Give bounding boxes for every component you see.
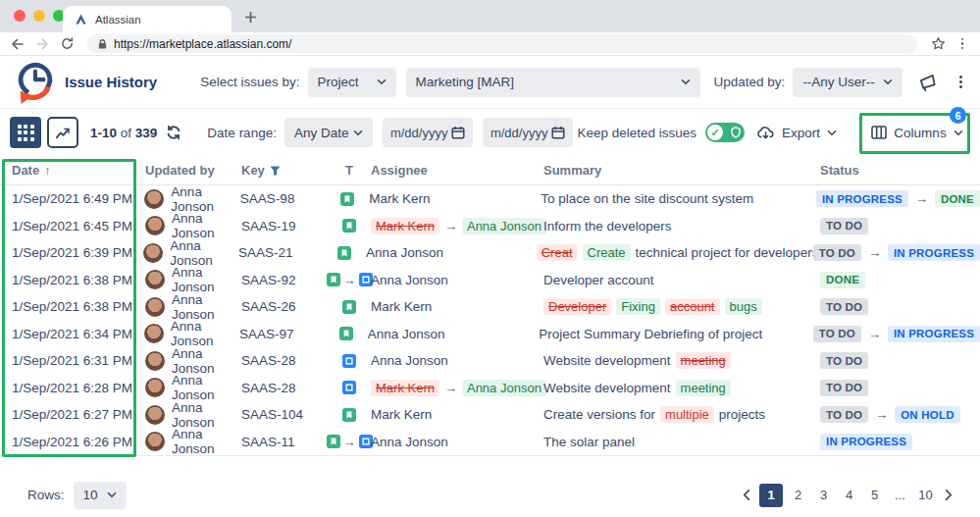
forward-button[interactable]	[32, 35, 52, 53]
row-date: 1/Sep/2021 6:45 PM	[0, 219, 137, 233]
table-row[interactable]: 1/Sep/2021 6:34 PMAnna JonsonSAAS-97Anna…	[0, 321, 980, 348]
select-mode-dropdown[interactable]: Project	[308, 68, 396, 97]
date-to-placeholder: m/dd/yyyy	[490, 126, 548, 140]
keep-deleted-toggle[interactable]: ✓	[705, 123, 745, 142]
new-tab-button[interactable]	[241, 8, 259, 26]
project-dropdown[interactable]: Marketing [MAR]	[406, 68, 700, 97]
browser-tab-atlassian[interactable]: Atlassian	[63, 6, 232, 32]
status-chip: TO DO	[820, 298, 868, 315]
row-status: TO DO	[820, 352, 980, 369]
rows-per-page-dropdown[interactable]: 10	[74, 482, 127, 509]
avatar	[144, 189, 164, 209]
status-chip: TO DO	[813, 326, 861, 342]
text-segment: The solar panel	[543, 435, 635, 449]
row-date: 1/Sep/2021 6:39 PM	[0, 245, 135, 260]
text-segment: Anna Jonson	[368, 327, 445, 341]
refresh-button[interactable]	[166, 125, 181, 140]
row-issue-type	[328, 408, 371, 422]
next-page-button[interactable]	[941, 490, 956, 500]
status-chip: TO DO	[820, 218, 868, 234]
row-summary: The solar panel	[543, 435, 820, 449]
column-header-assignee[interactable]: Assignee	[371, 163, 543, 178]
app-menu-icon[interactable]	[959, 76, 962, 88]
table-view-button[interactable]	[10, 117, 41, 148]
updated-by-name: Anna Jonson	[172, 427, 241, 456]
chevron-down-icon	[681, 78, 691, 85]
page-button-4[interactable]: 4	[839, 485, 859, 506]
page-button-1[interactable]: 1	[759, 484, 783, 507]
updated-by-value: --Any User--	[802, 75, 875, 89]
row-updated-by: Anna Jonson	[137, 211, 241, 240]
status-chip: IN PROGRESS	[816, 190, 908, 207]
column-header-type[interactable]: T	[328, 163, 371, 178]
date-from-input[interactable]: m/dd/yyyy	[383, 118, 473, 147]
table-row[interactable]: 1/Sep/2021 6:38 PMAnna JonsonSAAS-26Mark…	[0, 293, 980, 321]
columns-button[interactable]: Columns	[870, 117, 964, 148]
lock-icon	[97, 38, 108, 50]
row-key: SAAS-21	[238, 245, 324, 260]
row-assignee: Anna Jonson	[368, 327, 539, 341]
updated-by-label: Updated by:	[714, 75, 786, 89]
column-header-summary[interactable]: Summary	[543, 163, 820, 178]
back-button[interactable]	[8, 35, 27, 53]
cloud-download-icon	[756, 126, 775, 140]
status-chip: DONE	[935, 190, 980, 207]
address-bar[interactable]: https://marketplace.atlassian.com/	[87, 34, 917, 53]
table-row[interactable]: 1/Sep/2021 6:26 PMAnna JonsonSAAS-11→Ann…	[0, 429, 980, 456]
browser-menu-icon[interactable]	[953, 35, 972, 53]
row-updated-by: Anna Jonson	[135, 238, 238, 268]
column-header-key[interactable]: Key	[241, 163, 328, 178]
feedback-tag-icon[interactable]	[917, 72, 938, 92]
story-type-icon	[342, 300, 356, 314]
text-segment: Website development	[543, 381, 671, 395]
column-header-updated-by[interactable]: Updated by	[137, 163, 241, 178]
bookmark-star-icon[interactable]	[928, 35, 948, 53]
row-assignee: Anna Jonson	[371, 273, 543, 287]
reload-button[interactable]	[57, 35, 77, 53]
minimize-window-button[interactable]	[33, 10, 45, 22]
transition-arrow-icon: →	[444, 219, 457, 233]
tab-strip: Atlassian	[0, 0, 980, 32]
keep-deleted-label: Keep deleted issues	[577, 126, 696, 140]
page-button-2[interactable]: 2	[788, 485, 808, 506]
date-to-input[interactable]: m/dd/yyyy	[483, 118, 573, 147]
app-header: Issue History Select issues by: Project …	[0, 56, 980, 109]
del-text-chip: account	[665, 298, 720, 315]
row-assignee: Anna Jonson	[371, 435, 543, 449]
updated-by-name: Anna Jonson	[170, 238, 238, 268]
story-type-icon	[340, 192, 354, 206]
chevron-down-icon	[954, 129, 963, 136]
table-row[interactable]: 1/Sep/2021 6:38 PMAnna JonsonSAAS-92→Ann…	[0, 267, 980, 294]
row-summary: Inform the developers	[543, 219, 820, 233]
status-chip: IN PROGRESS	[888, 326, 980, 342]
page-button-3[interactable]: 3	[813, 485, 834, 506]
chart-view-button[interactable]	[47, 117, 78, 148]
page-button-5[interactable]: 5	[864, 485, 885, 506]
row-date: 1/Sep/2021 6:27 PM	[0, 407, 137, 422]
date-range-value: Any Date	[294, 126, 349, 140]
export-button[interactable]: Export	[756, 117, 837, 148]
grid-icon	[18, 125, 34, 141]
table-row[interactable]: 1/Sep/2021 6:45 PMAnna JonsonSAAS-19Mark…	[0, 213, 980, 240]
previous-page-button[interactable]	[739, 490, 754, 500]
rows-per-page-label: Rows:	[27, 488, 65, 502]
check-icon: ✓	[707, 125, 723, 140]
table-row[interactable]: 1/Sep/2021 6:28 PMAnna JonsonSAAS-28Mark…	[0, 375, 980, 402]
table-row[interactable]: 1/Sep/2021 6:49 PMAnna JonsonSAAS-98Mark…	[0, 185, 980, 213]
updated-by-dropdown[interactable]: --Any User--	[793, 68, 903, 97]
count-of: of	[121, 126, 131, 140]
ins-text-chip: Anna Jonson	[462, 380, 546, 396]
row-status: TO DO	[820, 218, 980, 234]
column-header-status[interactable]: Status	[820, 163, 980, 178]
page-button-10[interactable]: 10	[915, 485, 936, 506]
chevron-down-icon	[883, 78, 893, 85]
text-segment: Anna Jonson	[371, 353, 448, 368]
table-row[interactable]: 1/Sep/2021 6:27 PMAnna JonsonSAAS-104Mar…	[0, 401, 980, 429]
column-header-date[interactable]: Date ↑	[0, 163, 137, 178]
del-text-chip: Creat	[537, 244, 578, 261]
table-row[interactable]: 1/Sep/2021 6:31 PMAnna JonsonSAAS-28Anna…	[0, 347, 980, 375]
date-range-dropdown[interactable]: Any Date	[284, 118, 373, 147]
close-window-button[interactable]	[14, 10, 26, 22]
table-row[interactable]: 1/Sep/2021 6:39 PMAnna JonsonSAAS-21Anna…	[0, 239, 980, 267]
filter-icon	[270, 166, 281, 176]
